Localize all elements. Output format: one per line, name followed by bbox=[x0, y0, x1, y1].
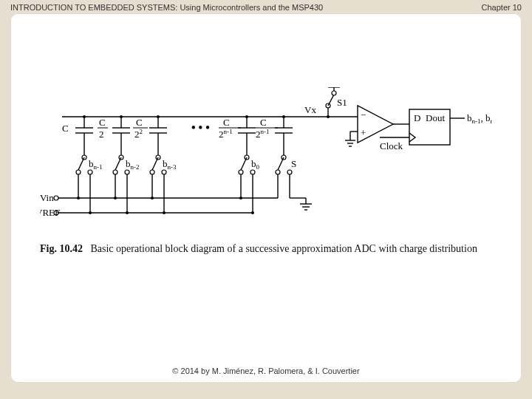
svg-point-99 bbox=[332, 91, 336, 95]
svg-point-85 bbox=[239, 197, 242, 200]
figure-caption: Fig. 10.42 Basic operational block diagr… bbox=[40, 242, 492, 256]
slide-page: • • • C C 2 C 22 C 2n-1 C 2n-1 bbox=[10, 13, 522, 383]
svg-point-6 bbox=[83, 115, 86, 118]
svg-point-60 bbox=[239, 170, 243, 174]
slide-footer: © 2014 by M. Jiménez, R. Palomera, & I. … bbox=[10, 366, 522, 375]
svg-text:2n-1: 2n-1 bbox=[219, 128, 233, 140]
svg-text:bn-1, bn-2, …: bn-1, bn-2, … bbox=[467, 112, 492, 125]
chapter-label: Chapter 10 bbox=[482, 3, 522, 12]
ellipsis-icon: • • • bbox=[191, 121, 210, 134]
svg-text:2: 2 bbox=[99, 129, 104, 140]
svg-line-41 bbox=[78, 157, 84, 170]
svg-text:C: C bbox=[223, 117, 230, 128]
svg-text:C: C bbox=[99, 117, 106, 128]
svg-point-92 bbox=[251, 211, 254, 214]
svg-point-66 bbox=[276, 170, 280, 174]
svg-text:+: + bbox=[361, 127, 366, 138]
svg-point-42 bbox=[76, 170, 81, 174]
svg-line-98 bbox=[328, 95, 334, 106]
svg-text:−: − bbox=[361, 109, 366, 120]
copyright-text: © 2014 by M. Jiménez, R. Palomera, & I. … bbox=[172, 366, 359, 375]
svg-text:22: 22 bbox=[134, 128, 143, 140]
svg-point-49 bbox=[125, 170, 129, 174]
svg-line-47 bbox=[115, 157, 121, 170]
svg-point-67 bbox=[287, 170, 292, 174]
svg-point-61 bbox=[250, 170, 255, 174]
svg-point-84 bbox=[151, 197, 154, 200]
svg-point-81 bbox=[54, 196, 58, 200]
slide-header: INTRODUCTION TO EMBEDDED SYSTEMS: Using … bbox=[0, 0, 532, 12]
svg-text:bn-3: bn-3 bbox=[163, 158, 177, 171]
svg-point-90 bbox=[126, 211, 129, 214]
svg-text:bn-1: bn-1 bbox=[89, 158, 103, 171]
svg-line-65 bbox=[278, 157, 284, 170]
svg-text:C: C bbox=[136, 117, 143, 128]
svg-line-53 bbox=[152, 157, 158, 170]
svg-point-21 bbox=[245, 115, 248, 118]
svg-point-55 bbox=[162, 170, 166, 174]
svg-text:Dout: Dout bbox=[426, 112, 445, 123]
svg-point-48 bbox=[113, 170, 117, 174]
svg-text:bn-2: bn-2 bbox=[126, 158, 140, 171]
svg-text:VREF: VREF bbox=[40, 207, 60, 218]
svg-point-11 bbox=[120, 115, 123, 118]
svg-point-43 bbox=[88, 170, 92, 174]
svg-text:b0: b0 bbox=[251, 158, 260, 171]
figure-caption-text: Basic operational block diagram of a suc… bbox=[90, 243, 477, 254]
svg-text:S1: S1 bbox=[337, 97, 347, 108]
svg-point-54 bbox=[150, 170, 154, 174]
svg-text:D: D bbox=[414, 112, 420, 123]
figure-number: Fig. 10.42 bbox=[40, 243, 83, 254]
svg-point-16 bbox=[157, 115, 160, 118]
svg-text:Clock: Clock bbox=[380, 140, 403, 151]
svg-point-89 bbox=[89, 211, 92, 214]
svg-text:S: S bbox=[291, 158, 296, 169]
svg-text:C: C bbox=[260, 117, 267, 128]
svg-point-82 bbox=[77, 197, 80, 200]
svg-text:2n-1: 2n-1 bbox=[256, 128, 270, 140]
book-title: INTRODUCTION TO EMBEDDED SYSTEMS: Using … bbox=[10, 3, 323, 12]
svg-text:Vx: Vx bbox=[304, 104, 316, 115]
svg-text:C: C bbox=[62, 123, 69, 134]
svg-point-26 bbox=[282, 115, 285, 118]
svg-point-91 bbox=[163, 211, 166, 214]
svg-line-59 bbox=[241, 157, 247, 170]
svg-text:Vin: Vin bbox=[40, 192, 54, 203]
svg-point-83 bbox=[114, 197, 117, 200]
